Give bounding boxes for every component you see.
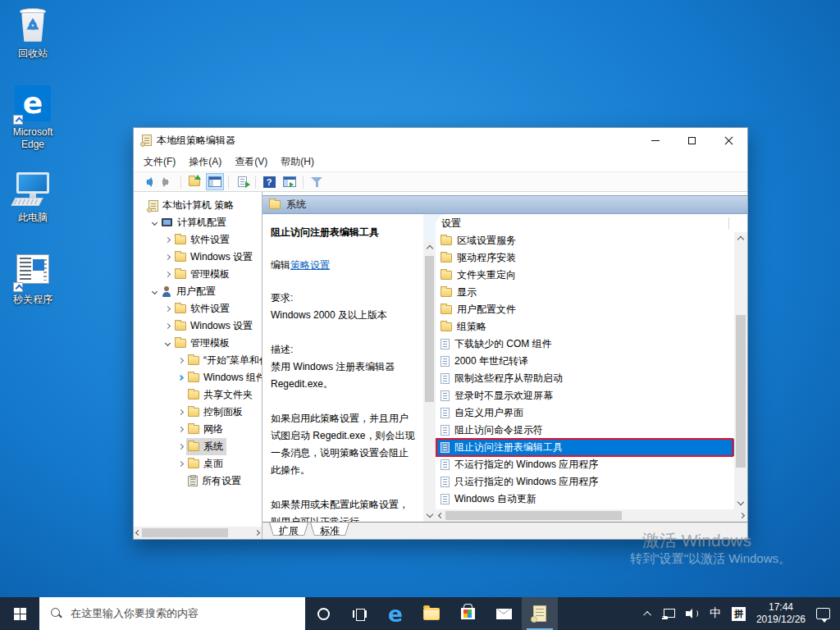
menu-item-3[interactable]: 帮助(H) (274, 153, 321, 171)
tree-item[interactable]: 控制面板 (134, 404, 262, 421)
list-item[interactable]: 用户配置文件 (436, 301, 734, 318)
list-item[interactable]: 不运行指定的 Windows 应用程序 (436, 456, 734, 473)
tree-item[interactable]: 桌面 (134, 455, 262, 472)
chevron-icon[interactable] (176, 445, 186, 449)
chevron-icon[interactable] (162, 255, 173, 259)
chevron-icon[interactable] (162, 307, 173, 311)
tree-item[interactable]: Windows 设置 (134, 317, 262, 335)
tree-item[interactable]: 软件设置 (134, 300, 262, 317)
scrollbar-thumb[interactable] (736, 315, 746, 468)
tab-standard[interactable]: 标准 (310, 523, 349, 539)
back-button[interactable] (138, 173, 156, 190)
export-list-button[interactable] (233, 173, 251, 190)
show-console-tree-button[interactable] (206, 173, 224, 190)
volume-icon[interactable] (686, 608, 699, 619)
start-button[interactable] (0, 597, 39, 630)
list-item[interactable]: 限制这些程序从帮助启动 (436, 370, 734, 387)
list-item[interactable]: 2000 年世纪转译 (436, 353, 734, 370)
policy-setting-link[interactable]: 策略设置 (290, 259, 330, 271)
chevron-icon[interactable] (176, 376, 186, 380)
tree-item[interactable]: 计算机配置 (134, 214, 262, 231)
list-item[interactable]: 阻止访问命令提示符 (436, 422, 734, 439)
menu-item-0[interactable]: 文件(F) (137, 153, 182, 171)
tree-item[interactable]: 共享文件夹 (134, 386, 262, 404)
list-vertical-scrollbar[interactable] (734, 232, 747, 509)
menu-item-2[interactable]: 查看(V) (228, 153, 274, 171)
taskbar-mail-button[interactable] (486, 597, 522, 630)
tree-item[interactable]: 网络 (134, 421, 262, 438)
network-icon[interactable] (662, 609, 675, 619)
list-item[interactable]: 文件夹重定向 (436, 267, 734, 284)
maximize-button[interactable] (673, 128, 710, 153)
list-item[interactable]: 驱动程序安装 (436, 249, 734, 267)
tree-item[interactable]: 用户配置 (134, 283, 262, 300)
desktop-icon-recycle-bin[interactable]: 回收站 (1, 7, 65, 60)
list-item[interactable]: 下载缺少的 COM 组件 (436, 336, 734, 353)
scroll-up-icon[interactable] (426, 245, 432, 252)
chevron-icon[interactable] (162, 324, 173, 328)
chevron-icon[interactable] (176, 462, 186, 466)
tab-extended[interactable]: 扩展 (269, 523, 308, 539)
taskbar-cortana-button[interactable] (305, 597, 341, 630)
desktop-icon-quick-close-app[interactable]: 秒关程序 (1, 253, 65, 306)
scrollbar-thumb[interactable] (425, 256, 434, 402)
scroll-down-icon[interactable] (737, 499, 744, 505)
list-item[interactable]: 只运行指定的 Windows 应用程序 (436, 473, 734, 491)
minimize-button[interactable] (637, 128, 673, 153)
tree-horizontal-scrollbar[interactable] (134, 527, 262, 539)
tree-item[interactable]: 本地计算机 策略 (134, 197, 262, 214)
chevron-icon[interactable] (162, 272, 173, 276)
search-input[interactable]: 在这里输入你要搜索的内容 (39, 597, 305, 630)
list-item[interactable]: 组策略 (436, 318, 734, 336)
list-item-selected[interactable]: 阻止访问注册表编辑工具 (436, 439, 734, 456)
scrollbar-thumb[interactable] (142, 528, 228, 537)
list-item[interactable]: 显示 (436, 284, 734, 301)
chevron-icon[interactable] (149, 290, 160, 294)
tree-item[interactable]: 管理模板 (134, 266, 262, 283)
list-item[interactable]: 登录时不显示欢迎屏幕 (436, 387, 734, 404)
taskbar-gpedit-button[interactable] (522, 597, 558, 630)
show-properties-button[interactable] (281, 173, 299, 190)
desktop-icon-edge[interactable]: e Microsoft Edge (1, 85, 65, 151)
scroll-right-icon[interactable] (739, 513, 745, 518)
chevron-icon[interactable] (149, 221, 160, 225)
menu-item-1[interactable]: 操作(A) (182, 153, 228, 171)
description-scrollbar[interactable] (423, 241, 436, 522)
chevron-icon[interactable] (176, 427, 186, 431)
scroll-down-icon[interactable] (426, 511, 432, 518)
list-item[interactable]: 自定义用户界面 (436, 404, 734, 422)
taskbar-task-view-button[interactable] (341, 597, 377, 630)
forward-button[interactable] (158, 173, 176, 190)
tree-item[interactable]: 系统 (134, 438, 262, 455)
ime-mode-indicator[interactable]: 拼 (732, 607, 746, 621)
tree-item[interactable]: 所有设置 (134, 472, 262, 490)
tree-item[interactable]: “开始”菜单和任务栏 (134, 352, 262, 369)
chevron-icon[interactable] (176, 358, 186, 363)
help-button[interactable]: ? (260, 173, 278, 190)
tray-overflow-icon[interactable] (643, 610, 651, 619)
tree-item[interactable]: Windows 设置 (134, 249, 262, 266)
scroll-left-icon[interactable] (135, 530, 141, 536)
close-button[interactable] (710, 128, 747, 153)
taskbar-file-explorer-button[interactable] (413, 597, 450, 630)
title-bar[interactable]: 本地组策略编辑器 (134, 128, 747, 153)
scroll-left-icon[interactable] (438, 513, 444, 518)
ime-language-indicator[interactable]: 中 (710, 606, 721, 621)
tree-item[interactable]: 软件设置 (134, 231, 262, 249)
action-center-icon[interactable] (816, 608, 830, 619)
scrollbar-thumb[interactable] (445, 511, 622, 520)
taskbar-edge-button[interactable]: e (377, 597, 413, 630)
taskbar-clock[interactable]: 17:44 2019/12/26 (756, 601, 806, 626)
list-item[interactable]: 区域设置服务 (436, 232, 734, 249)
list-item[interactable]: Windows 自动更新 (436, 491, 734, 508)
chevron-icon[interactable] (176, 410, 186, 414)
chevron-icon[interactable] (162, 341, 173, 345)
scroll-up-icon[interactable] (737, 236, 744, 243)
tree-item[interactable]: Windows 组件 (134, 369, 262, 386)
settings-column-header[interactable]: 设置 (436, 214, 747, 232)
filter-button[interactable] (308, 173, 326, 190)
taskbar-store-button[interactable] (450, 597, 486, 630)
chevron-icon[interactable] (162, 238, 173, 242)
scroll-right-icon[interactable] (254, 530, 260, 536)
desktop-icon-this-pc[interactable]: 此电脑 (1, 171, 65, 224)
